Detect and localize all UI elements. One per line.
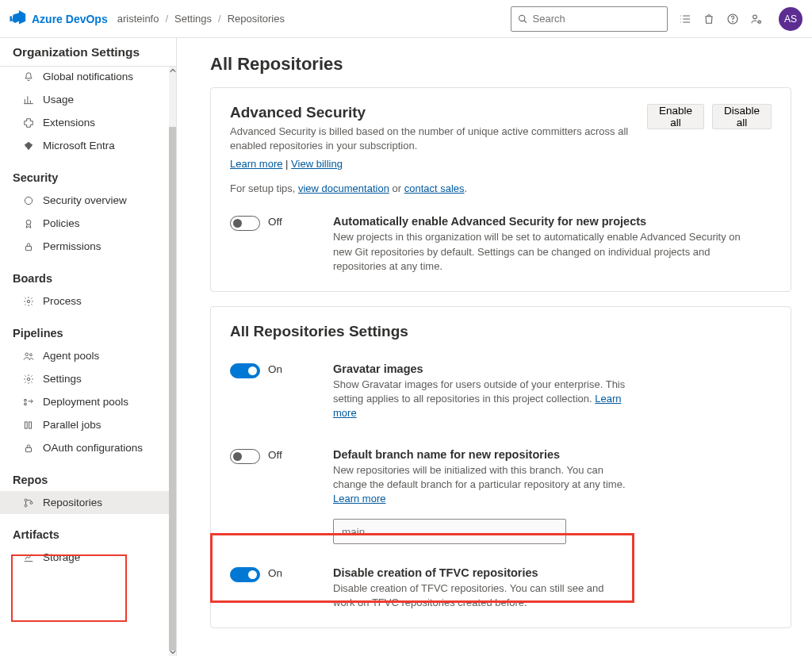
svg-point-2	[733, 21, 733, 21]
breadcrumb-org[interactable]: aristeinfo	[117, 13, 159, 25]
sidebar-section-artifacts: Artifacts	[0, 514, 176, 546]
page-title: All Repositories	[210, 54, 791, 75]
sidebar-item-storage[interactable]: Storage	[0, 546, 176, 569]
bag-icon[interactable]	[703, 13, 715, 25]
sidebar-item-repositories[interactable]: Repositories	[0, 491, 176, 514]
sidebar-item-usage[interactable]: Usage	[0, 88, 176, 111]
list-icon[interactable]	[679, 13, 691, 25]
view-documentation-link[interactable]: view documentation	[298, 182, 389, 194]
product-name: Azure DevOps	[32, 13, 108, 25]
sidebar-item-security-overview[interactable]: Security overview	[0, 189, 176, 212]
adv-learn-more-link[interactable]: Learn more	[230, 158, 282, 170]
user-settings-icon[interactable]	[750, 13, 763, 25]
gear-icon	[22, 374, 35, 385]
enable-all-button[interactable]: Enable all	[647, 104, 704, 129]
columns-icon	[22, 420, 35, 431]
svg-point-0	[519, 15, 525, 21]
sidebar: Organization Settings Billing Global not…	[0, 38, 177, 656]
default-branch-desc: New repositories will be initialized wit…	[333, 463, 626, 507]
header: Azure DevOps aristeinfo / Settings / Rep…	[0, 0, 812, 38]
sidebar-item-policies[interactable]: Policies	[0, 212, 176, 235]
adv-setup-tips: For setup tips, view documentation or co…	[230, 182, 772, 194]
default-branch-title: Default branch name for new repositories	[333, 448, 626, 461]
svg-point-16	[25, 504, 27, 507]
svg-point-8	[27, 300, 30, 303]
lock-icon	[22, 241, 35, 252]
sidebar-item-permissions[interactable]: Permissions	[0, 235, 176, 258]
default-branch-state: Off	[268, 449, 282, 461]
lock-icon	[22, 443, 35, 454]
svg-rect-12	[25, 421, 27, 428]
svg-point-9	[25, 352, 29, 355]
avatar[interactable]: AS	[779, 7, 802, 31]
auto-enable-state: Off	[268, 216, 282, 228]
search-input[interactable]	[533, 13, 661, 25]
breadcrumb: aristeinfo / Settings / Repositories	[117, 13, 285, 25]
sidebar-section-security: Security	[0, 157, 176, 189]
svg-point-17	[30, 501, 33, 504]
svg-rect-14	[26, 447, 32, 451]
adv-security-title: Advanced Security	[230, 104, 634, 121]
gravatar-desc: Show Gravatar images for users outside o…	[333, 378, 626, 421]
side-content: Billing Global notifications Usage Exten…	[0, 67, 176, 569]
repo-settings-title: All Repositories Settings	[230, 323, 772, 340]
breadcrumb-settings[interactable]: Settings	[174, 13, 212, 25]
search-icon	[518, 13, 528, 25]
bell-icon	[22, 71, 35, 82]
tfvc-state: On	[268, 567, 282, 579]
scroll-up-icon[interactable]	[169, 67, 176, 75]
svg-point-3	[753, 15, 757, 19]
auto-enable-toggle[interactable]	[230, 216, 260, 231]
auto-enable-desc: New projects in this organization will b…	[333, 230, 761, 274]
svg-point-5	[25, 197, 32, 204]
sidebar-item-extensions[interactable]: Extensions	[0, 111, 176, 134]
header-actions: AS	[679, 7, 802, 31]
sidebar-item-agent-pools[interactable]: Agent pools	[0, 344, 176, 367]
sidebar-item-pipeline-settings[interactable]: Settings	[0, 367, 176, 390]
disable-all-button[interactable]: Disable all	[712, 104, 772, 129]
sidebar-section-repos: Repos	[0, 459, 176, 491]
chart-icon	[22, 94, 35, 105]
help-icon[interactable]	[726, 13, 739, 25]
svg-point-10	[29, 353, 32, 355]
sidebar-item-oauth[interactable]: OAuth configurations	[0, 436, 176, 459]
tfvc-toggle[interactable]	[230, 567, 260, 582]
entra-icon	[22, 140, 35, 152]
sidebar-item-process[interactable]: Process	[0, 290, 176, 313]
default-branch-toggle[interactable]	[230, 449, 260, 464]
adv-view-billing-link[interactable]: View billing	[291, 158, 343, 170]
logo[interactable]: Azure DevOps	[10, 10, 108, 28]
sidebar-item-entra[interactable]: Microsoft Entra	[0, 134, 176, 157]
sidebar-section-pipelines: Pipelines	[0, 313, 176, 344]
azure-devops-icon	[10, 10, 27, 28]
sidebar-item-parallel-jobs[interactable]: Parallel jobs	[0, 413, 176, 436]
circle-icon	[22, 195, 35, 206]
sidebar-scrollbar[interactable]	[169, 67, 176, 656]
puzzle-icon	[22, 117, 35, 129]
breadcrumb-repositories[interactable]: Repositories	[228, 13, 285, 25]
auto-enable-title: Automatically enable Advanced Security f…	[333, 215, 761, 228]
default-branch-input[interactable]	[333, 519, 566, 544]
svg-point-4	[758, 21, 760, 23]
people-icon	[22, 351, 35, 362]
advanced-security-card: Advanced Security Advanced Security is b…	[210, 87, 791, 292]
default-branch-learn-more-link[interactable]: Learn more	[333, 493, 385, 504]
sidebar-title: Organization Settings	[0, 38, 176, 67]
scroll-thumb[interactable]	[169, 127, 176, 650]
sidebar-item-deployment-pools[interactable]: Deployment pools	[0, 390, 176, 413]
gravatar-toggle[interactable]	[230, 363, 260, 378]
badge-icon	[22, 218, 35, 229]
main-content: All Repositories Advanced Security Advan…	[177, 38, 812, 656]
contact-sales-link[interactable]: contact sales	[404, 182, 465, 194]
svg-rect-7	[26, 246, 32, 250]
gravatar-state: On	[268, 363, 282, 375]
search-box[interactable]	[511, 6, 668, 32]
scroll-down-icon[interactable]	[169, 648, 176, 656]
tfvc-title: Disable creation of TFVC repositories	[333, 566, 626, 579]
adv-security-desc: Advanced Security is billed based on the…	[230, 125, 634, 153]
gravatar-title: Gravatar images	[333, 363, 626, 375]
sidebar-item-global-notifications[interactable]: Global notifications	[0, 67, 176, 88]
svg-point-6	[26, 220, 31, 224]
chart-line-icon	[22, 552, 35, 563]
svg-point-15	[25, 499, 27, 501]
